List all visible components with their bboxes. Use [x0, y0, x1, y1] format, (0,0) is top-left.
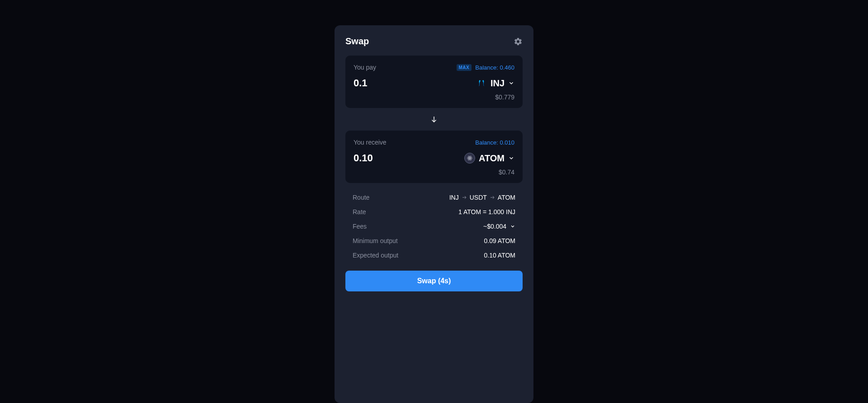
receive-balance: Balance: 0.010 — [475, 139, 514, 146]
fees-value: ~$0.004 — [483, 223, 515, 230]
pay-token-symbol: INJ — [491, 78, 505, 89]
pay-token-select[interactable]: INJ — [476, 78, 514, 89]
rate-value: 1 ATOM = 1.000 INJ — [458, 208, 515, 216]
swap-button[interactable]: Swap (4s) — [345, 271, 523, 291]
arrow-right-icon — [490, 195, 495, 200]
route-label: Route — [353, 194, 369, 201]
swap-card: Swap You pay MAX Balance: 0.460 — [335, 25, 533, 403]
pay-usd-value: $0.779 — [354, 94, 514, 101]
swap-details: Route INJ USDT ATOM Rate 1 ATOM = 1.000 … — [345, 190, 523, 262]
card-header: Swap — [345, 36, 523, 47]
pay-balance: Balance: 0.460 — [475, 64, 514, 71]
min-output-label: Minimum output — [353, 237, 398, 244]
receive-panel-mid: 0.10 ATOM — [354, 152, 514, 164]
fees-value-text: ~$0.004 — [483, 223, 506, 230]
receive-panel: You receive Balance: 0.010 0.10 ATOM — [345, 131, 523, 183]
fees-label: Fees — [353, 223, 367, 230]
svg-point-1 — [469, 158, 470, 159]
pay-panel-mid: INJ — [354, 77, 514, 89]
rate-label: Rate — [353, 208, 366, 216]
receive-label: You receive — [354, 139, 387, 146]
receive-token-symbol: ATOM — [479, 153, 505, 164]
pay-label: You pay — [354, 64, 376, 71]
arrow-down-icon — [430, 115, 438, 123]
receive-amount: 0.10 — [354, 152, 373, 164]
max-button[interactable]: MAX — [457, 64, 472, 71]
pay-panel-top: You pay MAX Balance: 0.460 — [354, 64, 514, 71]
chevron-down-icon — [508, 80, 514, 86]
route-seg-2: ATOM — [498, 194, 515, 201]
receive-usd-value: $0.74 — [354, 169, 514, 176]
pay-panel: You pay MAX Balance: 0.460 — [345, 56, 523, 108]
swap-direction-wrap — [345, 112, 523, 126]
min-output-row: Minimum output 0.09 ATOM — [353, 234, 515, 248]
rate-row: Rate 1 ATOM = 1.000 INJ — [353, 205, 515, 219]
route-seg-0: INJ — [449, 194, 459, 201]
inj-token-icon — [476, 78, 487, 89]
settings-button[interactable] — [514, 37, 523, 46]
pay-balance-wrap: MAX Balance: 0.460 — [457, 64, 514, 71]
receive-panel-top: You receive Balance: 0.010 — [354, 139, 514, 146]
route-value: INJ USDT ATOM — [449, 194, 515, 201]
expected-output-label: Expected output — [353, 252, 398, 259]
card-title: Swap — [345, 36, 369, 47]
receive-balance-wrap: Balance: 0.010 — [475, 139, 514, 146]
gear-icon — [514, 37, 523, 46]
fees-row[interactable]: Fees ~$0.004 — [353, 219, 515, 234]
min-output-value: 0.09 ATOM — [484, 237, 515, 244]
chevron-down-icon — [508, 155, 514, 161]
pay-amount-input[interactable] — [354, 77, 417, 89]
arrow-right-icon — [462, 195, 467, 200]
swap-direction-button[interactable] — [428, 113, 440, 125]
route-row: Route INJ USDT ATOM — [353, 190, 515, 205]
receive-token-select[interactable]: ATOM — [464, 153, 514, 164]
atom-token-icon — [464, 153, 475, 164]
expected-output-row: Expected output 0.10 ATOM — [353, 248, 515, 262]
chevron-down-icon — [510, 224, 515, 229]
route-seg-1: USDT — [470, 194, 487, 201]
expected-output-value: 0.10 ATOM — [484, 252, 515, 259]
